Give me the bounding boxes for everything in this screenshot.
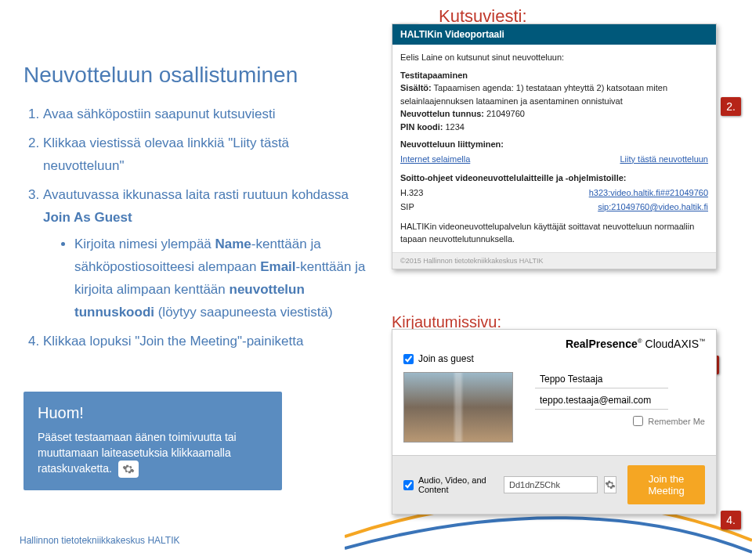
- login-brand: RealPresence® CloudAXIS™: [392, 338, 716, 350]
- remember-row[interactable]: Remember Me: [524, 413, 716, 429]
- remember-me-checkbox[interactable]: [633, 416, 643, 426]
- note-title: Huom!: [38, 404, 268, 422]
- gear-icon[interactable]: [604, 476, 616, 493]
- note-box: Huom! Pääset testaamaan äänen toimivuutt…: [24, 392, 282, 490]
- step-2: Klikkaa viestissä olevaa linkkiä "Liity …: [43, 132, 368, 178]
- instructions-panel: Neuvotteluun osallistuminen Avaa sähköpo…: [24, 63, 368, 359]
- step-4: Klikkaa lopuksi "Join the Meeting"-paini…: [43, 331, 368, 353]
- join-as-guest-checkbox[interactable]: [403, 354, 414, 364]
- note-text: Pääset testaamaan äänen toimivuutta tai …: [38, 430, 268, 478]
- email-join-browser: Internet selaimella Liity tästä neuvotte…: [400, 153, 708, 166]
- email-join-heading: Neuvotteluun liittyminen:: [400, 138, 708, 151]
- email-field[interactable]: [535, 392, 668, 410]
- login-bottom-bar: Audio, Video, and Content Join the Meeti…: [392, 455, 716, 514]
- h323-link[interactable]: h323:video.haltik.fi##21049760: [589, 186, 708, 200]
- email-salutation: Eelis Laine on kutsunut sinut neuvottelu…: [400, 51, 708, 64]
- step-3-bullet: Kirjoita nimesi ylempää Name-kenttään ja…: [74, 233, 368, 324]
- page-title: Neuvotteluun osallistuminen: [24, 63, 368, 88]
- email-sip-row: SIP sip:21049760@video.haltik.fi: [400, 201, 708, 214]
- steps-list: Avaa sähköpostiin saapunut kutsuviesti K…: [43, 103, 368, 353]
- invitation-email: HALTIKin Videoportaali Eelis Laine on ku…: [392, 23, 717, 269]
- video-preview: [403, 372, 513, 443]
- email-info: HALTIKin videoneuvottelupalvelun käyttäj…: [400, 220, 708, 246]
- email-tunnus: Neuvottelun tunnus: 21049760: [400, 107, 708, 121]
- email-body: Eelis Laine on kutsunut sinut neuvottelu…: [392, 45, 716, 252]
- email-footer: ©2015 Hallinnon tietotekniikkakeskus HAL…: [392, 252, 716, 269]
- avc-label: Audio, Video, and Content: [418, 475, 504, 494]
- step-3-sublist: Kirjoita nimesi ylempää Name-kenttään ja…: [74, 233, 368, 324]
- passcode-field[interactable]: [504, 476, 598, 493]
- email-content: Sisältö: Tapaamisen agenda: 1) testataan…: [400, 81, 708, 107]
- join-as-guest-row[interactable]: Join as guest: [392, 350, 716, 367]
- callout-2: 2.: [721, 97, 741, 116]
- join-as-guest-label: Join as guest: [418, 353, 474, 364]
- login-page: RealPresence® CloudAXIS™ Join as guest R…: [392, 329, 717, 515]
- footer-text: Hallinnon tietotekniikkakeskus HALTIK: [20, 535, 180, 546]
- email-pin: PIN koodi: 1234: [400, 121, 708, 134]
- gear-icon: [118, 461, 139, 478]
- email-browser-label: Internet selaimella: [400, 153, 470, 166]
- join-meeting-link[interactable]: Liity tästä neuvotteluun: [620, 153, 708, 166]
- name-field[interactable]: [535, 370, 668, 388]
- step-3: Avautuvassa ikkunassa laita rasti ruutuu…: [43, 184, 368, 324]
- avc-checkbox[interactable]: [403, 480, 414, 490]
- email-header: HALTIKin Videoportaali: [392, 24, 716, 45]
- remember-me-label: Remember Me: [648, 417, 705, 426]
- callout-4: 4.: [721, 511, 741, 529]
- join-meeting-button[interactable]: Join the Meeting: [627, 465, 705, 504]
- step-1: Avaa sähköpostiin saapunut kutsuviesti: [43, 103, 368, 126]
- email-meeting-name: Testitapaaminen: [400, 69, 708, 82]
- email-h323-row: H.323 h323:video.haltik.fi##21049760: [400, 186, 708, 200]
- email-dialin-heading: Soitto-ohjeet videoneuvottelulaitteille …: [400, 172, 708, 185]
- sip-link[interactable]: sip:21049760@video.haltik.fi: [598, 201, 708, 214]
